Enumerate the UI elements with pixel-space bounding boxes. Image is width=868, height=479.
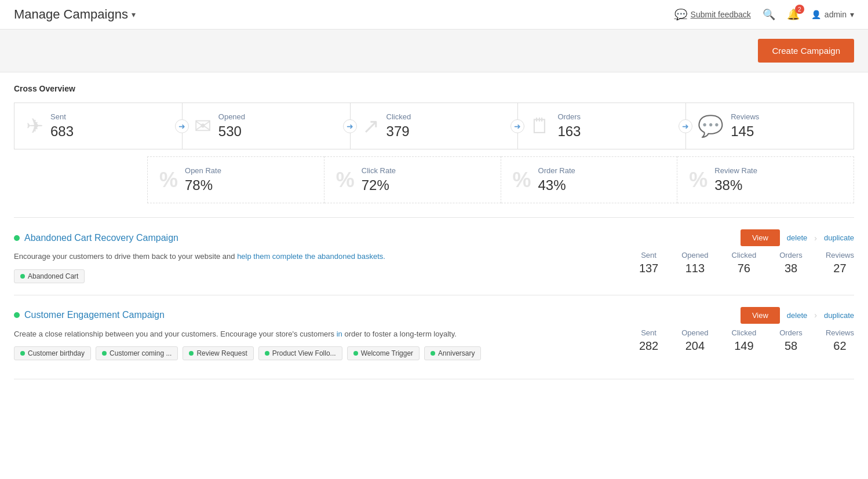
title-dropdown[interactable]: ▾	[132, 10, 136, 19]
camp-stat-sent: Sent 137	[639, 251, 658, 275]
tag-welcome-trigger: Welcome Trigger	[347, 346, 420, 360]
campaign-customer-engagement-tags: Customer birthday Customer coming ... Re…	[14, 346, 639, 360]
camp-opened-label: Opened	[681, 251, 708, 259]
order-rate-value: 43%	[538, 177, 575, 193]
camp-clicked-label: Clicked	[732, 251, 757, 259]
header-right: 💬 Submit feedback 🔍 🔔 2 👤 admin ▾	[674, 8, 854, 21]
content: Cross Overview ✈ Sent 683 ➜ ✉ Opened 530…	[0, 72, 868, 391]
stat-clicked: ↗ Clicked 379 ➜	[351, 103, 519, 149]
camp-orders-value: 38	[785, 262, 797, 275]
clicked-icon: ↗	[362, 114, 380, 138]
orders-icon: 🗒	[530, 114, 550, 138]
campaign-customer-engagement-actions: View delete › duplicate	[741, 307, 854, 324]
opened-arrow[interactable]: ➜	[343, 119, 357, 133]
campaign-abandoned-cart-header: Abandoned Cart Recovery Campaign View de…	[14, 229, 854, 246]
tag-dot	[265, 351, 269, 356]
tag-product-view: Product View Follo...	[258, 346, 342, 360]
tag-label: Welcome Trigger	[361, 349, 413, 357]
camp-engagement-opened: Opened 204	[681, 328, 708, 353]
open-rate-icon: %	[159, 168, 178, 192]
click-rate-label: Click Rate	[362, 166, 396, 175]
tag-dot	[353, 351, 358, 356]
tag-review-request: Review Request	[183, 346, 253, 360]
create-campaign-button[interactable]: Create Campaign	[758, 39, 854, 63]
camp-engagement-reviews: Reviews 62	[826, 328, 854, 353]
orders-label: Orders	[557, 112, 581, 121]
orders-arrow[interactable]: ➜	[679, 119, 692, 133]
campaign-customer-engagement-header: Customer Engagement Campaign View delete…	[14, 307, 854, 324]
notif-badge: 2	[795, 5, 804, 14]
campaign-customer-engagement-stats: Sent 282 Opened 204 Clicked 149 Orders 5…	[639, 328, 854, 353]
view-customer-engagement-button[interactable]: View	[741, 307, 780, 324]
cross-overview-title: Cross Overview	[14, 84, 854, 93]
stat-sent: ✈ Sent 683 ➜	[14, 103, 183, 149]
header: Manage Campaigns ▾ 💬 Submit feedback 🔍 🔔…	[0, 0, 868, 30]
rate-click: % Click Rate 72%	[324, 156, 501, 203]
sent-label: Sent	[50, 112, 74, 121]
tag-label: Product View Follo...	[272, 349, 336, 357]
camp-engagement-clicked: Clicked 149	[732, 328, 757, 353]
tag-anniversary: Anniversary	[424, 346, 481, 360]
admin-dropdown-icon: ▾	[850, 10, 854, 19]
campaign-abandoned-cart-name[interactable]: Abandoned Cart Recovery Campaign	[24, 233, 178, 243]
clicked-arrow[interactable]: ➜	[510, 119, 524, 133]
notifications-btn[interactable]: 🔔 2	[787, 8, 800, 21]
camp-stat-reviews: Reviews 27	[826, 251, 854, 275]
tag-label: Customer coming ...	[110, 349, 172, 357]
header-left: Manage Campaigns ▾	[14, 7, 136, 22]
order-rate-label: Order Rate	[538, 166, 575, 175]
click-rate-icon: %	[336, 168, 355, 192]
camp-stat-orders: Orders 38	[779, 251, 803, 275]
camp-stat-clicked: Clicked 76	[732, 251, 757, 275]
review-rate-value: 38%	[714, 177, 757, 193]
duplicate-abandoned-cart-link[interactable]: duplicate	[824, 233, 854, 242]
clicked-label: Clicked	[386, 112, 411, 121]
campaign-customer-engagement-name[interactable]: Customer Engagement Campaign	[24, 310, 165, 320]
tag-label: Anniversary	[438, 349, 475, 357]
search-icon[interactable]: 🔍	[763, 8, 775, 21]
camp-reviews-value: 62	[833, 339, 846, 353]
camp-reviews-label: Reviews	[826, 328, 854, 337]
campaign-abandoned-cart-actions: View delete › duplicate	[741, 229, 854, 246]
orders-value: 163	[557, 123, 581, 140]
admin-menu[interactable]: 👤 admin ▾	[811, 10, 854, 19]
opened-label: Opened	[218, 112, 245, 121]
tag-customer-coming: Customer coming ...	[96, 346, 178, 360]
camp-reviews-label: Reviews	[826, 251, 854, 259]
sent-icon: ✈	[26, 114, 43, 138]
view-abandoned-cart-button[interactable]: View	[741, 229, 780, 246]
camp-opened-label: Opened	[681, 328, 708, 337]
camp-orders-label: Orders	[779, 251, 803, 259]
rate-open: % Open Rate 78%	[147, 156, 324, 203]
campaign-customer-engagement: Customer Engagement Campaign View delete…	[14, 295, 854, 368]
camp-opened-value: 113	[685, 262, 705, 275]
tag-dot	[20, 274, 25, 279]
bottom-divider	[14, 379, 854, 379]
campaign-status-dot	[14, 235, 20, 241]
camp-sent-value: 137	[639, 262, 658, 275]
feedback-icon: 💬	[674, 8, 687, 21]
submit-feedback-btn[interactable]: 💬 Submit feedback	[674, 8, 751, 21]
sent-arrow[interactable]: ➜	[175, 119, 189, 133]
open-rate-label: Open Rate	[185, 166, 221, 175]
campaign-abandoned-cart-stats: Sent 137 Opened 113 Clicked 76 Orders 38	[639, 251, 854, 275]
camp-sent-value: 282	[639, 339, 658, 353]
duplicate-customer-engagement-link[interactable]: duplicate	[824, 311, 854, 320]
delete-abandoned-cart-link[interactable]: delete	[787, 233, 807, 242]
tag-label: Customer birthday	[28, 349, 85, 357]
campaign-abandoned-cart-tags: Abandoned Cart	[14, 269, 639, 283]
camp-sent-label: Sent	[641, 251, 657, 259]
stat-orders: 🗒 Orders 163 ➜	[518, 103, 686, 149]
stats-row: ✈ Sent 683 ➜ ✉ Opened 530 ➜ ↗ Clicked	[14, 103, 854, 149]
sent-value: 683	[50, 123, 74, 140]
delete-customer-engagement-link[interactable]: delete	[787, 311, 807, 320]
campaign-abandoned-cart-body: Encourage your customers to drive them b…	[14, 251, 854, 290]
camp-clicked-value: 76	[738, 262, 750, 275]
tag-dot	[102, 351, 107, 356]
camp-clicked-value: 149	[734, 339, 753, 353]
stat-reviews: 💬 Reviews 145	[686, 103, 854, 149]
tag-label: Review Request	[196, 349, 247, 357]
tag-dot	[189, 351, 194, 356]
reviews-icon: 💬	[698, 114, 724, 138]
campaign-customer-engagement-body: Create a close relationship between you …	[14, 328, 854, 368]
